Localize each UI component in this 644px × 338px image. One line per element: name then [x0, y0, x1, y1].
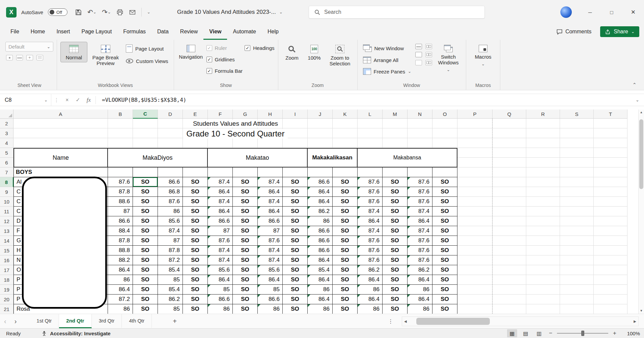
cell-D16[interactable]: 87.2 [158, 255, 183, 265]
navigation-button[interactable]: Navigation [177, 42, 204, 62]
cell-M21[interactable]: SO [383, 304, 408, 314]
cell-Q17[interactable] [493, 265, 526, 275]
row-header-2[interactable]: 2 [0, 119, 13, 128]
cell-C2[interactable] [133, 119, 158, 128]
cell-I21[interactable]: SO [283, 304, 308, 314]
cell-G18[interactable]: SO [233, 275, 258, 285]
reset-window-position-icon[interactable] [425, 60, 432, 65]
switch-windows-button[interactable]: Switch Windows ⌄ [434, 42, 463, 73]
cell-D13[interactable]: 87.4 [158, 226, 183, 236]
cell-H15[interactable]: 87.4 [258, 246, 283, 255]
sheet-view-dropdown[interactable]: Default ⌄ [5, 42, 53, 52]
cell-D4[interactable] [158, 138, 183, 148]
cell-S9[interactable] [560, 187, 594, 197]
cell-S13[interactable] [560, 226, 594, 236]
cell-F7[interactable] [208, 167, 233, 177]
cell-P17[interactable] [457, 265, 493, 275]
cell-R13[interactable] [526, 226, 560, 236]
row-header-4[interactable]: 4 [0, 138, 13, 148]
sheet-next-icon[interactable]: › [10, 314, 21, 328]
cell-H4[interactable] [258, 138, 283, 148]
cell-G17[interactable]: SO [233, 265, 258, 275]
cell-I17[interactable]: SO [283, 265, 308, 275]
cell-K4[interactable] [333, 138, 358, 148]
cell-Q4[interactable] [493, 138, 526, 148]
cell-J11[interactable]: 86.2 [308, 207, 333, 216]
cell-F12[interactable]: 86.6 [208, 216, 233, 226]
cell-T16[interactable] [594, 255, 627, 265]
cell-G8[interactable]: SO [233, 177, 258, 187]
merged-header-makatao[interactable]: Makatao [208, 148, 308, 167]
cell-I18[interactable]: SO [283, 275, 308, 285]
cell-N9[interactable]: 87.6 [408, 187, 432, 197]
cell-E14[interactable]: SO [183, 236, 208, 246]
cell-T11[interactable] [594, 207, 627, 216]
sheet-view-options-icon[interactable] [36, 55, 43, 60]
cell-F19[interactable]: 85 [208, 285, 233, 295]
freeze-panes-button[interactable]: Freeze Panes ⌄ [361, 67, 413, 76]
cell-A3[interactable] [13, 128, 108, 138]
cell-S19[interactable] [560, 285, 594, 295]
cell-K16[interactable]: SO [333, 255, 358, 265]
cell-M11[interactable]: SO [383, 207, 408, 216]
cell-H13[interactable]: 87 [258, 226, 283, 236]
sheet-tab-2nd-qtr[interactable]: 2nd Qtr [59, 314, 91, 328]
cell-P8[interactable] [457, 177, 493, 187]
cell-H17[interactable]: 85.6 [258, 265, 283, 275]
cell-K20[interactable]: SO [333, 295, 358, 304]
cell-J3[interactable] [308, 128, 333, 138]
cell-D21[interactable]: 85 [158, 304, 183, 314]
tab-insert[interactable]: Insert [51, 24, 76, 40]
cell-P10[interactable] [457, 197, 493, 207]
cell-R11[interactable] [526, 207, 560, 216]
cell-S16[interactable] [560, 255, 594, 265]
cell-L3[interactable] [358, 128, 383, 138]
cell-I12[interactable]: SO [283, 216, 308, 226]
cell-Q12[interactable] [493, 216, 526, 226]
cell-D10[interactable]: 87.6 [158, 197, 183, 207]
cell-E11[interactable]: SO [183, 207, 208, 216]
horizontal-scroll-thumb[interactable] [416, 318, 490, 325]
cell-L14[interactable]: 87.6 [358, 236, 383, 246]
cell-O15[interactable]: SO [432, 246, 457, 255]
cell-F13[interactable]: 87 [208, 226, 233, 236]
cell-T21[interactable] [594, 304, 627, 314]
cell-S17[interactable] [560, 265, 594, 275]
cell-K15[interactable]: SO [333, 246, 358, 255]
cell-J14[interactable]: 86.6 [308, 236, 333, 246]
cell-L20[interactable]: 86.4 [358, 295, 383, 304]
cell-P9[interactable] [457, 187, 493, 197]
cell-J2[interactable] [308, 119, 333, 128]
cell-D18[interactable]: 85 [158, 275, 183, 285]
cell-J16[interactable]: 86.4 [308, 255, 333, 265]
cell-L16[interactable]: 87.6 [358, 255, 383, 265]
enter-icon[interactable]: ✓ [73, 97, 83, 103]
cell-R9[interactable] [526, 187, 560, 197]
cell-G2[interactable] [233, 119, 258, 128]
zoom-out-button[interactable]: − [548, 330, 554, 337]
cell-F16[interactable]: 87.4 [208, 255, 233, 265]
cell-S15[interactable] [560, 246, 594, 255]
cell-I13[interactable]: SO [283, 226, 308, 236]
cell-I7[interactable] [283, 167, 308, 177]
column-header-L[interactable]: L [358, 110, 383, 119]
cell-H11[interactable]: 86.4 [258, 207, 283, 216]
cell-F17[interactable]: 85.6 [208, 265, 233, 275]
row-header-14[interactable]: 14 [0, 236, 13, 246]
cell-C14[interactable]: SO [133, 236, 158, 246]
cell-I20[interactable]: SO [283, 295, 308, 304]
cell-I2[interactable] [283, 119, 308, 128]
cell-S20[interactable] [560, 295, 594, 304]
cell-H18[interactable]: 86.4 [258, 275, 283, 285]
cell-H16[interactable]: 87.4 [258, 255, 283, 265]
scroll-right-icon[interactable]: ▶ [632, 320, 638, 323]
cell-L19[interactable]: 86 [358, 285, 383, 295]
row-header-12[interactable]: 12 [0, 216, 13, 226]
scroll-up-icon[interactable]: ▲ [640, 110, 643, 115]
select-all-corner[interactable] [0, 110, 13, 119]
row-header-20[interactable]: 20 [0, 295, 13, 304]
cell-J15[interactable]: 86.6 [308, 246, 333, 255]
cell-F10[interactable]: 87.4 [208, 197, 233, 207]
column-header-G[interactable]: G [233, 110, 258, 119]
cell-S4[interactable] [560, 138, 594, 148]
